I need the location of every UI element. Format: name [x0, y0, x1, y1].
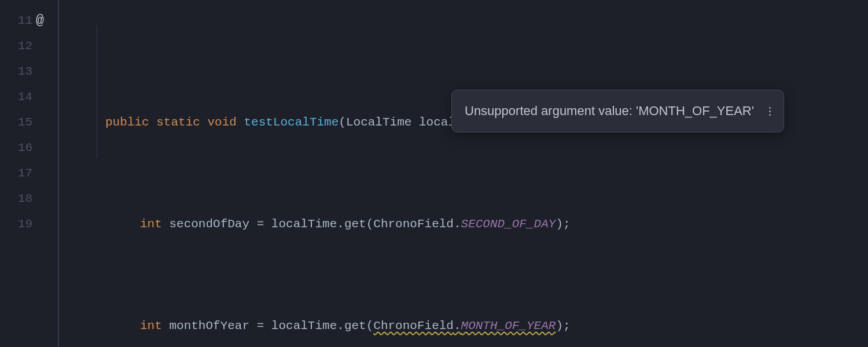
param-type: LocalTime	[346, 110, 411, 135]
gutter-line: 12	[0, 34, 58, 59]
paren-open: (	[339, 110, 346, 135]
method-name: testLocalTime	[244, 110, 339, 135]
gutter-line: 13	[0, 59, 58, 84]
class-ref: ChronoField	[373, 212, 454, 237]
code-area[interactable]: public static void testLocalTime(LocalTi…	[58, 0, 868, 347]
keyword-int: int	[140, 313, 162, 339]
paren-semi: );	[556, 313, 570, 339]
line-number: 13	[18, 59, 32, 84]
method-call: get	[344, 313, 366, 339]
gutter: 11 @ 12 13 14 15 16 17 18 19	[0, 0, 58, 347]
line-number: 15	[18, 110, 32, 135]
gutter-line: 18	[0, 186, 58, 212]
method-call: get	[344, 212, 366, 237]
override-gutter-icon[interactable]: @	[36, 8, 44, 34]
gutter-line: 11 @	[0, 8, 58, 34]
gutter-line: 17	[0, 161, 58, 186]
line-number: 19	[18, 212, 32, 237]
enum-constant-warned: MONTH_OF_YEAR	[461, 313, 556, 339]
keyword-public: public	[105, 110, 149, 135]
inspection-tooltip[interactable]: Unsupported argument value: 'MONTH_OF_YE…	[451, 90, 784, 132]
equals: =	[249, 313, 271, 339]
class-ref-warned: ChronoField	[373, 313, 454, 339]
more-actions-icon[interactable]	[766, 107, 771, 116]
line-number: 14	[18, 84, 32, 110]
gutter-line: 19	[0, 212, 58, 237]
tooltip-message: Unsupported argument value: 'MONTH_OF_YE…	[465, 98, 754, 124]
var-name: monthOfYear	[169, 313, 249, 339]
identifier: localTime	[271, 313, 337, 339]
keyword-int: int	[140, 212, 162, 237]
line-number: 12	[18, 34, 32, 59]
code-editor[interactable]: 11 @ 12 13 14 15 16 17 18 19 public stat…	[0, 0, 868, 347]
code-line-13[interactable]: int monthOfYear = localTime.get(ChronoFi…	[71, 313, 868, 339]
var-name: secondOfDay	[169, 212, 249, 237]
gutter-line: 15	[0, 110, 58, 135]
code-line-12[interactable]: int secondOfDay = localTime.get(ChronoFi…	[71, 212, 868, 237]
line-number: 18	[18, 186, 32, 212]
gutter-line: 16	[0, 135, 58, 161]
identifier: localTime	[271, 212, 337, 237]
gutter-line: 14	[0, 84, 58, 110]
equals: =	[249, 212, 271, 237]
line-number: 16	[18, 135, 32, 161]
indent-guide	[97, 25, 97, 158]
keyword-void: void	[207, 110, 236, 135]
keyword-static: static	[156, 110, 200, 135]
enum-constant: SECOND_OF_DAY	[461, 212, 556, 237]
line-number: 17	[18, 161, 32, 186]
paren-semi: );	[556, 212, 570, 237]
line-number: 11	[18, 8, 32, 34]
